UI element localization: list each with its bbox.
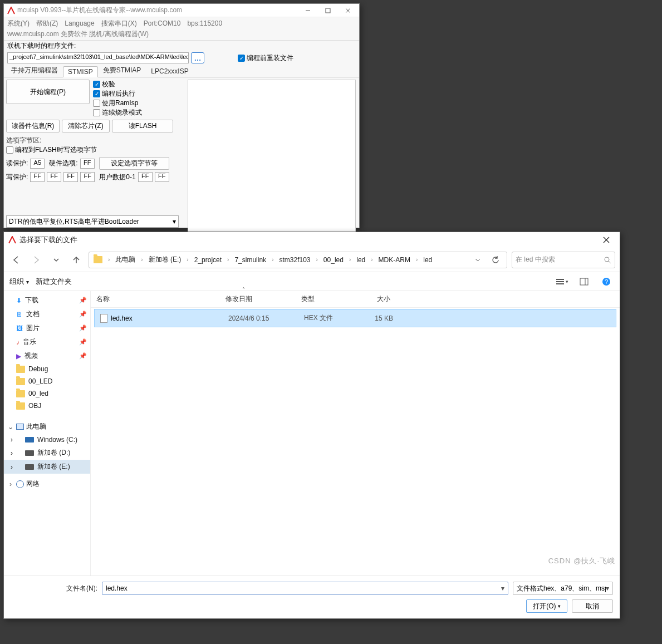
mcuisp-title: mcuisp V0.993--单片机在线编程专家--www.mcuisp.com [17, 6, 298, 15]
document-icon: 🗎 [16, 311, 23, 318]
col-date[interactable]: 修改日期 [220, 291, 296, 307]
open-button[interactable]: 打开(O) ▾ [526, 599, 567, 613]
reset-mode-select[interactable]: DTR的低电平复位,RTS高电平进BootLoader ▾ [6, 215, 179, 228]
pc-icon [16, 424, 24, 430]
chevron-right-icon: › [415, 257, 419, 263]
refresh-button[interactable] [488, 252, 503, 268]
hwopt-input[interactable]: FF [80, 159, 95, 169]
read-info-button[interactable]: 读器件信息(R) [6, 120, 60, 132]
new-folder-button[interactable]: 新建文件夹 [36, 277, 72, 287]
chevron-right-icon: › [185, 257, 189, 263]
menu-bps[interactable]: bps:115200 [187, 19, 222, 27]
tab-handheld[interactable]: 手持万用编程器 [6, 64, 63, 77]
maximize-button[interactable] [318, 4, 338, 17]
sidebar-item-obj[interactable]: OBJ [4, 400, 90, 412]
wp4[interactable]: FF [80, 172, 95, 182]
sidebar-item-pictures[interactable]: 🖼图片📌 [4, 321, 90, 335]
chk-write-option-bytes[interactable]: ✓编程到FLASH时写选项字节 [6, 145, 97, 155]
chk-verify[interactable]: ✓校验 [93, 80, 142, 89]
tabs: 手持万用编程器 STMISP 免费STMIAP LPC2xxxISP [4, 65, 359, 77]
menu-system[interactable]: 系统(Y) [7, 19, 30, 28]
ud1[interactable]: FF [138, 172, 153, 182]
crumb-3[interactable]: 7_simulink [231, 254, 269, 266]
crumb-7[interactable]: MDK-ARM [375, 254, 414, 266]
erase-button[interactable]: 清除芯片(Z) [62, 120, 110, 132]
col-name[interactable]: 名称 [91, 291, 220, 307]
nav-row: › 此电脑› 新加卷 (E:)› 2_projcet› 7_simulink› … [4, 248, 620, 272]
nav-up-button[interactable] [68, 252, 84, 268]
btn-row: 读器件信息(R) 清除芯片(Z) 读FLASH [6, 120, 184, 132]
preview-pane-button[interactable] [576, 274, 592, 289]
nav-recent-button[interactable] [48, 252, 64, 268]
drive-icon [25, 450, 34, 456]
crumb-0[interactable]: 此电脑 [112, 253, 139, 267]
wp1[interactable]: FF [30, 172, 45, 182]
filename-input[interactable]: led.hex ▾ [102, 582, 508, 595]
file-area: ˄ 名称 修改日期 类型 大小 led.hex 2024/4/6 0:15 HE… [91, 291, 620, 576]
search-input[interactable]: 在 led 中搜索 [512, 252, 615, 268]
tab-lpc2xxxisp[interactable]: LPC2xxxISP [146, 66, 193, 77]
read-flash-button[interactable]: 读FLASH [112, 120, 173, 132]
chk-loop[interactable]: ✓连续烧录模式 [93, 108, 142, 117]
file-row[interactable]: led.hex 2024/4/6 0:15 HEX 文件 15 KB [94, 309, 616, 327]
search-icon [604, 256, 611, 264]
sidebar-item-drive-d[interactable]: ›新加卷 (D:) [4, 446, 90, 460]
menu-language[interactable]: Language [65, 19, 94, 27]
browse-button[interactable]: … [191, 52, 204, 63]
ud2[interactable]: FF [155, 172, 169, 182]
file-path-input[interactable]: _projcet\7_simulink\stm32f103\01_led_bas… [7, 52, 189, 63]
crumb-2[interactable]: 2_projcet [191, 254, 225, 266]
sidebar-item-00led2[interactable]: 00_led [4, 387, 90, 400]
cancel-button[interactable]: 取消 [572, 599, 613, 613]
log-panel[interactable] [188, 80, 356, 233]
menu-port[interactable]: Port:COM10 [144, 19, 181, 27]
close-button[interactable] [338, 4, 358, 17]
sidebar-item-debug[interactable]: Debug [4, 363, 90, 375]
menu-searchport[interactable]: 搜索串口(X) [101, 19, 137, 28]
writeprot-row: 写保护: FF FF FF FF 用户数据0-1 FF FF [6, 172, 184, 182]
sidebar-item-music[interactable]: ♪音乐📌 [4, 335, 90, 349]
file-filter-select[interactable]: 文件格式hex、a79、sim、msp ▾ [513, 582, 613, 595]
crumb-5[interactable]: 00_led [320, 254, 347, 266]
sidebar-item-drive-c[interactable]: ›Windows (C:) [4, 434, 90, 446]
sidebar-item-pc[interactable]: ⌄此电脑 [4, 420, 90, 434]
crumb-1[interactable]: 新加卷 (E:) [145, 253, 185, 267]
crumb-8[interactable]: led [420, 254, 435, 266]
tab-stmisp[interactable]: STMISP [63, 66, 98, 77]
menu-help[interactable]: 帮助(Z) [36, 19, 58, 28]
organize-menu[interactable]: 组织 ▾ [9, 277, 29, 287]
sidebar-item-videos[interactable]: ▶视频📌 [4, 349, 90, 363]
nav-back-button[interactable] [8, 252, 24, 268]
tab-free-stmiap[interactable]: 免费STMIAP [98, 64, 146, 77]
button-row: 打开(O) ▾ 取消 [11, 599, 613, 613]
nav-forward-button[interactable] [28, 252, 44, 268]
col-size[interactable]: 大小 [358, 291, 396, 307]
dialog-titlebar: 选择要下载的文件 [4, 232, 620, 248]
reload-before-prog-check[interactable]: ✓ 编程前重装文件 [238, 53, 293, 63]
crumb-6[interactable]: led [353, 254, 369, 266]
sidebar-item-00LED[interactable]: 00_LED [4, 375, 90, 387]
chevron-right-icon: › [140, 257, 144, 263]
wp3[interactable]: FF [63, 172, 78, 182]
sidebar-item-downloads[interactable]: ⬇下载📌 [4, 293, 90, 307]
set-option-bytes-button[interactable]: 设定选项字节等 [99, 157, 169, 170]
col-type[interactable]: 类型 [296, 291, 358, 307]
view-mode-button[interactable]: ▾ [554, 274, 570, 289]
checkbox-icon: ✓ [93, 81, 100, 88]
chk-run-after[interactable]: ✓编程后执行 [93, 89, 142, 99]
minimize-button[interactable] [298, 4, 318, 17]
crumb-4[interactable]: stm32f103 [276, 254, 313, 266]
sidebar-item-drive-e[interactable]: ›新加卷 (E:) [4, 460, 90, 474]
address-bar[interactable]: › 此电脑› 新加卷 (E:)› 2_projcet› 7_simulink› … [89, 252, 507, 268]
wp2[interactable]: FF [47, 172, 61, 182]
addr-dropdown-button[interactable] [470, 252, 486, 268]
dialog-close-button[interactable] [595, 233, 617, 247]
start-programming-button[interactable]: 开始编程(P) [6, 80, 90, 104]
sidebar-item-documents[interactable]: 🗎文档📌 [4, 307, 90, 321]
chevron-right-icon: › [315, 257, 319, 263]
readprot-input[interactable]: A5 [30, 159, 45, 169]
help-button[interactable]: ? [599, 274, 614, 289]
sidebar-item-network[interactable]: ›网络 [4, 477, 90, 491]
chk-ramisp[interactable]: ✓使用RamIsp [93, 99, 142, 108]
crumb-root[interactable] [90, 254, 106, 266]
